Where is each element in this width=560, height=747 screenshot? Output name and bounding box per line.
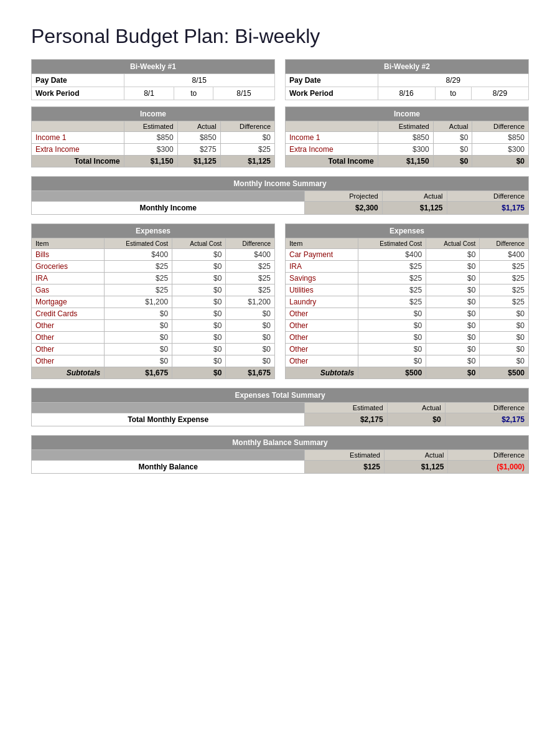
- income1-row2-act: $275: [177, 144, 220, 156]
- income1-row1-diff: $0: [220, 132, 274, 144]
- list-item: Other $0 $0 $0: [286, 332, 529, 344]
- expenses-summary-col-actual: Actual: [387, 403, 445, 413]
- income2-col-estimated: Estimated: [378, 121, 433, 132]
- expenses-summary-actual: $0: [387, 413, 445, 426]
- income2-col-difference: Difference: [472, 121, 529, 132]
- expenses2-col-item: Item: [286, 238, 358, 249]
- list-item: Bills $400 $0 $400: [32, 249, 275, 261]
- list-item: Other $0 $0 $0: [286, 320, 529, 332]
- income2-total-diff: $0: [472, 156, 529, 167]
- balance-summary-estimated: $125: [305, 461, 385, 474]
- income2-total-label: Total Income: [286, 156, 378, 167]
- pay-date-value-1: 8/15: [124, 74, 274, 87]
- income1-col-item: [32, 121, 124, 132]
- expenses1-col-actual: Actual Cost: [172, 238, 226, 249]
- income2-col-item: [286, 121, 378, 132]
- list-item: Laundry $25 $0 $25: [286, 296, 529, 308]
- income1-total-act: $1,125: [177, 156, 220, 167]
- expenses1-col-estimated: Estimated Cost: [105, 238, 172, 249]
- monthly-income-row-label: Monthly Income: [32, 202, 305, 215]
- expenses-summary-estimated: $2,175: [305, 413, 387, 426]
- income1-row1-act: $850: [177, 132, 220, 144]
- income2-row1-label: Income 1: [286, 132, 378, 144]
- list-item: Other $0 $0 $0: [32, 320, 275, 332]
- income1-row2-label: Extra Income: [32, 144, 124, 156]
- expenses-summary-header: Expenses Total Summary: [32, 388, 529, 403]
- balance-summary-header: Monthly Balance Summary: [32, 436, 529, 450]
- biweekly2-header: Bi-Weekly #2: [286, 60, 529, 74]
- list-item: Mortgage $1,200 $0 $1,200: [32, 296, 275, 308]
- work-to-1: to: [174, 87, 213, 100]
- income2-total-act: $0: [433, 156, 472, 167]
- income1-total-diff: $1,125: [220, 156, 274, 167]
- balance-summary-col-estimated: Estimated: [305, 450, 385, 461]
- income1-col-actual: Actual: [177, 121, 220, 132]
- income2-col-actual: Actual: [433, 121, 472, 132]
- pay-date-label-1: Pay Date: [32, 74, 124, 87]
- list-item: Other $0 $0 $0: [286, 344, 529, 355]
- expenses1-col-difference: Difference: [226, 238, 275, 249]
- income2-total-est: $1,150: [378, 156, 433, 167]
- income1-col-estimated: Estimated: [124, 121, 177, 132]
- balance-summary-col-actual: Actual: [384, 450, 447, 461]
- income-header-1: Income: [32, 107, 275, 121]
- expenses-summary-col-difference: Difference: [445, 403, 528, 413]
- list-item: Groceries $25 $0 $25: [32, 261, 275, 273]
- balance-summary-row-label: Monthly Balance: [32, 461, 305, 474]
- income2-row2-diff: $300: [472, 144, 529, 156]
- expenses-summary-difference: $2,175: [445, 413, 528, 426]
- income1-col-difference: Difference: [220, 121, 274, 132]
- income2-row2-est: $300: [378, 144, 433, 156]
- expenses2-subtotal: Subtotals $500 $0 $500: [286, 367, 529, 379]
- income1-total-est: $1,150: [124, 156, 177, 167]
- expenses1-subtotal: Subtotals $1,675 $0 $1,675: [32, 367, 275, 379]
- list-item: Other $0 $0 $0: [32, 344, 275, 355]
- list-item: IRA $25 $0 $25: [286, 261, 529, 273]
- work-end-1: 8/15: [213, 87, 275, 100]
- list-item: IRA $25 $0 $25: [32, 273, 275, 284]
- list-item: Credit Cards $0 $0 $0: [32, 308, 275, 320]
- work-period-label-1: Work Period: [32, 87, 124, 100]
- income-header-2: Income: [286, 107, 529, 121]
- income1-row2-diff: $25: [220, 144, 274, 156]
- pay-date-label-2: Pay Date: [286, 74, 378, 87]
- income1-row2-est: $300: [124, 144, 177, 156]
- monthly-income-difference: $1,175: [447, 202, 529, 215]
- work-from-2: 8/16: [378, 87, 435, 100]
- expenses2-col-estimated: Estimated Cost: [358, 238, 426, 249]
- monthly-income-header: Monthly Income Summary: [32, 177, 529, 191]
- work-from-1: 8/1: [124, 87, 174, 100]
- work-end-2: 8/29: [471, 87, 528, 100]
- expenses-summary-row-label: Total Monthly Expense: [32, 413, 305, 426]
- expenses-summary-col-estimated: Estimated: [305, 403, 387, 413]
- income1-row1-label: Income 1: [32, 132, 124, 144]
- income2-row1-est: $850: [378, 132, 433, 144]
- list-item: Savings $25 $0 $25: [286, 273, 529, 284]
- expenses1-col-item: Item: [32, 238, 105, 249]
- work-period-label-2: Work Period: [286, 87, 378, 100]
- monthly-income-col-actual: Actual: [382, 191, 447, 202]
- income2-row2-label: Extra Income: [286, 144, 378, 156]
- pay-date-value-2: 8/29: [378, 74, 528, 87]
- page-title: Personal Budget Plan: Bi-weekly: [31, 25, 529, 48]
- list-item: Other $0 $0 $0: [32, 332, 275, 344]
- expenses1-header: Expenses: [32, 224, 275, 238]
- monthly-income-actual: $1,125: [382, 202, 447, 215]
- balance-summary-actual: $1,125: [384, 461, 447, 474]
- monthly-income-projected: $2,300: [305, 202, 382, 215]
- expenses2-header: Expenses: [286, 224, 529, 238]
- income2-row2-act: $0: [433, 144, 472, 156]
- biweekly1-header: Bi-Weekly #1: [32, 60, 275, 74]
- list-item: Other $0 $0 $0: [286, 355, 529, 367]
- list-item: Other $0 $0 $0: [286, 308, 529, 320]
- balance-summary-difference: ($1,000): [448, 461, 529, 474]
- list-item: Other $0 $0 $0: [32, 355, 275, 367]
- income1-row1-est: $850: [124, 132, 177, 144]
- income2-row1-act: $0: [433, 132, 472, 144]
- list-item: Gas $25 $0 $25: [32, 284, 275, 296]
- expenses2-col-actual: Actual Cost: [426, 238, 480, 249]
- monthly-income-col-projected: Projected: [305, 191, 382, 202]
- balance-summary-col-difference: Difference: [448, 450, 529, 461]
- work-to-2: to: [435, 87, 471, 100]
- monthly-income-col-difference: Difference: [447, 191, 529, 202]
